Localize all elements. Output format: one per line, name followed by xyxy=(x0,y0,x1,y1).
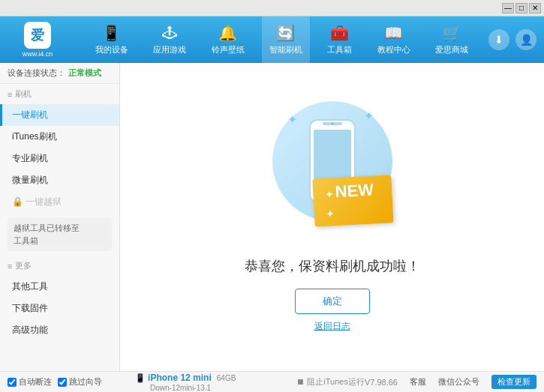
sidebar-item-pro-flash[interactable]: 专业刷机 xyxy=(0,148,119,169)
nav-smart-flash[interactable]: 🔄 智能刷机 xyxy=(262,16,310,63)
download-firmware-label: 下载固件 xyxy=(12,303,48,313)
mall-icon: 🛒 xyxy=(443,24,461,42)
sidebar-item-advanced[interactable]: 高级功能 xyxy=(0,319,119,341)
section-flash-icon: ≡ xyxy=(8,90,12,99)
sidebar-item-itunes-flash[interactable]: iTunes刷机 xyxy=(0,126,119,148)
stop-icon: ⏹ xyxy=(296,377,307,386)
phone-circle: ✦ ✦ ✦ NEW xyxy=(272,101,392,221)
bottom-right: V7.98.66 客服 微信公众号 检查更新 xyxy=(365,375,536,389)
version: V7.98.66 xyxy=(365,378,398,387)
support-link[interactable]: 客服 xyxy=(410,376,426,388)
main-area: 设备连接状态： 正常模式 ≡ 刷机 一键刷机 iTunes刷机 专业刷机 微量刷… xyxy=(0,63,544,371)
tutorial-icon: 📖 xyxy=(384,24,403,42)
update-btn[interactable]: 检查更新 xyxy=(491,375,536,389)
nav-ringtone[interactable]: 🔔 铃声壁纸 xyxy=(204,16,252,63)
stop-label: 阻止iTunes运行 xyxy=(307,377,365,386)
section-more: ≡ 更多 xyxy=(0,256,119,276)
section-flash: ≡ 刷机 xyxy=(0,84,119,104)
auto-close-label: 自动断连 xyxy=(19,376,52,388)
pro-flash-label: 专业刷机 xyxy=(12,153,48,163)
logo-url: www.i4.cn xyxy=(23,50,53,58)
sidebar-notice: 越狱工具已转移至工具箱 xyxy=(8,217,112,251)
sidebar-item-one-click-flash[interactable]: 一键刷机 xyxy=(0,104,119,126)
nav-mall[interactable]: 🛒 爱思商城 xyxy=(428,16,476,63)
advanced-label: 高级功能 xyxy=(12,325,48,335)
jailbreak-label: 一键越狱 xyxy=(26,196,62,207)
section-more-icon: ≡ xyxy=(8,262,12,271)
header-right: ⬇ 👤 xyxy=(488,29,544,50)
nav-my-device[interactable]: 📱 我的设备 xyxy=(88,16,136,63)
svg-point-4 xyxy=(331,122,334,125)
notice-text: 越狱工具已转移至工具箱 xyxy=(14,223,80,245)
status-prefix: 设备连接状态： xyxy=(8,67,65,79)
status-value: 正常模式 xyxy=(68,67,101,79)
device-info: 📱 iPhone 12 mini 64GB Down-12mini-13.1 xyxy=(128,373,296,392)
nav-toolbox-label: 工具箱 xyxy=(327,44,352,55)
ringtone-icon: 🔔 xyxy=(218,24,237,42)
flash-icon: 🔄 xyxy=(276,24,295,42)
confirm-button[interactable]: 确定 xyxy=(295,289,370,314)
device-storage: 64GB xyxy=(217,374,236,382)
nav-tutorial-label: 教程中心 xyxy=(377,44,410,55)
new-badge: NEW xyxy=(312,175,393,226)
micro-flash-label: 微量刷机 xyxy=(12,175,48,185)
nav-items: 📱 我的设备 🕹 应用游戏 🔔 铃声壁纸 🔄 智能刷机 🧰 工具箱 📖 教程中心… xyxy=(75,16,488,63)
success-message: 恭喜您，保资料刷机成功啦！ xyxy=(245,257,420,275)
nav-app-game[interactable]: 🕹 应用游戏 xyxy=(146,16,194,63)
sidebar-item-other-tools[interactable]: 其他工具 xyxy=(0,276,119,298)
logo-icon: 爱 xyxy=(24,22,51,49)
skip-wizard-input[interactable] xyxy=(58,378,67,387)
minimize-btn[interactable]: — xyxy=(502,3,514,13)
sidebar-item-download-firmware[interactable]: 下载固件 xyxy=(0,298,119,319)
section-flash-label: 刷机 xyxy=(15,88,32,100)
section-more-label: 更多 xyxy=(15,260,32,271)
nav-ringtone-label: 铃声壁纸 xyxy=(212,44,245,55)
app-icon: 🕹 xyxy=(162,25,177,42)
device-icon: 📱 xyxy=(102,24,121,42)
nav-smart-flash-label: 智能刷机 xyxy=(269,44,302,55)
nav-toolbox[interactable]: 🧰 工具箱 xyxy=(320,16,359,63)
sidebar: 设备连接状态： 正常模式 ≡ 刷机 一键刷机 iTunes刷机 专业刷机 微量刷… xyxy=(0,63,120,371)
other-tools-label: 其他工具 xyxy=(12,281,48,292)
status-bar: 设备连接状态： 正常模式 xyxy=(0,63,119,84)
logo-area[interactable]: 爱 www.i4.cn xyxy=(0,16,75,63)
account-btn[interactable]: 👤 xyxy=(515,29,536,50)
lock-icon: 🔒 xyxy=(12,196,26,207)
nav-tutorial[interactable]: 📖 教程中心 xyxy=(370,16,418,63)
sidebar-item-micro-flash[interactable]: 微量刷机 xyxy=(0,169,119,191)
nav-mall-label: 爱思商城 xyxy=(435,44,468,55)
skip-wizard-label: 跳过向导 xyxy=(69,376,102,388)
sparkle-2: ✦ xyxy=(364,109,374,123)
close-btn[interactable]: ✕ xyxy=(529,3,541,13)
auto-close-input[interactable] xyxy=(8,378,17,387)
nav-my-device-label: 我的设备 xyxy=(95,44,128,55)
back-link[interactable]: 返回日志 xyxy=(314,320,350,333)
bottom-left: 自动断连 跳过向导 xyxy=(8,376,128,388)
content-area: ✦ ✦ ✦ NEW 恭喜您，保资料刷机成功啦！ 确定 返回日志 xyxy=(120,63,544,371)
one-click-flash-label: 一键刷机 xyxy=(12,109,48,120)
download-btn[interactable]: ⬇ xyxy=(488,29,509,50)
maximize-btn[interactable]: □ xyxy=(515,3,527,13)
wechat-link[interactable]: 微信公众号 xyxy=(438,376,479,388)
sparkle-1: ✦ xyxy=(287,112,297,127)
skip-wizard-checkbox[interactable]: 跳过向导 xyxy=(58,376,102,388)
toolbox-icon: 🧰 xyxy=(330,24,349,42)
header: 爱 www.i4.cn 📱 我的设备 🕹 应用游戏 🔔 铃声壁纸 🔄 智能刷机 … xyxy=(0,16,544,63)
auto-close-checkbox[interactable]: 自动断连 xyxy=(8,376,52,388)
device-model: Down-12mini-13.1 xyxy=(150,384,211,392)
bottom-bar: 自动断连 跳过向导 📱 iPhone 12 mini 64GB Down-12m… xyxy=(0,371,544,392)
itunes-flash-label: iTunes刷机 xyxy=(12,131,57,142)
stop-itunes-btn[interactable]: ⏹ 阻止iTunes运行 xyxy=(296,376,365,388)
device-icon-small: 📱 xyxy=(135,373,148,382)
nav-app-game-label: 应用游戏 xyxy=(153,44,186,55)
title-bar: — □ ✕ xyxy=(0,0,544,16)
device-name: iPhone 12 mini xyxy=(148,373,212,383)
sidebar-item-jailbreak: 🔒 一键越狱 xyxy=(0,191,119,213)
illustration-area: ✦ ✦ ✦ NEW xyxy=(272,101,392,229)
